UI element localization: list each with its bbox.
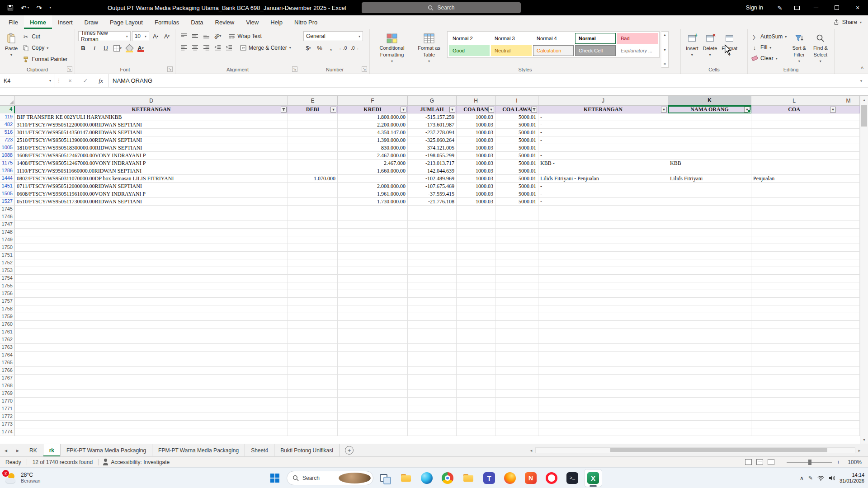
font-color-button[interactable]: A▾ <box>136 43 146 53</box>
cell[interactable]: - <box>538 113 668 121</box>
cell[interactable] <box>15 344 288 352</box>
header-cell-K4[interactable]: NAMA ORANG▾ <box>668 106 751 113</box>
cell[interactable] <box>338 244 408 252</box>
cell[interactable]: 5000.01 <box>495 167 538 175</box>
cell[interactable] <box>538 421 668 428</box>
cell[interactable] <box>837 113 860 121</box>
cell[interactable] <box>668 259 751 267</box>
cell[interactable] <box>408 236 457 244</box>
column-header-I[interactable]: I <box>495 96 538 106</box>
cell[interactable]: 5000.01 <box>495 190 538 198</box>
taskbar-icon-terminal[interactable] <box>563 469 581 487</box>
row-header-1749[interactable]: 1749 <box>0 236 15 244</box>
cell[interactable] <box>751 252 837 259</box>
cell[interactable] <box>668 421 751 428</box>
cell[interactable]: 1000.03 <box>457 144 495 152</box>
cell[interactable] <box>408 252 457 259</box>
ribbon-tab-help[interactable]: Help <box>264 15 288 29</box>
cell[interactable] <box>751 298 837 305</box>
horizontal-scroll-thumb[interactable] <box>610 448 827 452</box>
cell[interactable]: BIF TRANSFER KE 002YULI HARYANIKBB <box>15 113 288 121</box>
clipboard-dialog-launcher[interactable]: ↘ <box>67 66 72 72</box>
cell[interactable] <box>288 129 338 136</box>
row-header-1765[interactable]: 1765 <box>0 359 15 367</box>
cell[interactable] <box>338 421 408 428</box>
cell[interactable] <box>288 213 338 221</box>
cell[interactable] <box>15 298 288 305</box>
cell[interactable] <box>668 359 751 367</box>
cell[interactable] <box>457 221 495 229</box>
cell[interactable] <box>538 398 668 405</box>
cell[interactable] <box>408 428 457 436</box>
scroll-up-icon[interactable]: ▴ <box>860 96 868 104</box>
header-cell-F4[interactable]: KREDI▾ <box>338 106 408 113</box>
cell[interactable] <box>538 428 668 436</box>
cell[interactable] <box>668 198 751 206</box>
row-header-1755[interactable]: 1755 <box>0 282 15 290</box>
middle-align-button[interactable] <box>190 31 200 41</box>
cell[interactable] <box>495 290 538 298</box>
cell[interactable] <box>495 359 538 367</box>
wrap-text-button[interactable]: Wrap Text <box>227 31 263 41</box>
cell[interactable] <box>457 298 495 305</box>
row-header-1088[interactable]: 1088 <box>0 152 15 160</box>
cell[interactable] <box>288 352 338 359</box>
page-layout-view-button[interactable] <box>756 459 763 465</box>
cell[interactable] <box>495 206 538 213</box>
cell[interactable] <box>837 259 860 267</box>
cell[interactable] <box>288 328 338 336</box>
scroll-right-icon[interactable]: ▸ <box>855 446 863 455</box>
cell[interactable] <box>15 213 288 221</box>
cell[interactable] <box>668 321 751 328</box>
cell[interactable] <box>538 413 668 421</box>
cell[interactable] <box>837 144 860 152</box>
row-header-119[interactable]: 119 <box>0 113 15 121</box>
ribbon-tab-home[interactable]: Home <box>24 15 52 29</box>
cell[interactable] <box>837 236 860 244</box>
ribbon-tab-file[interactable]: File <box>3 15 24 29</box>
cell[interactable] <box>338 290 408 298</box>
row-header-1527[interactable]: 1527 <box>0 198 15 206</box>
cell[interactable] <box>837 282 860 290</box>
filter-dropdown-icon[interactable]: ▾ <box>744 107 750 113</box>
cell[interactable] <box>457 252 495 259</box>
cell[interactable] <box>751 421 837 428</box>
find-select-button[interactable]: Find & Select ▾ <box>811 31 830 66</box>
cell[interactable] <box>751 413 837 421</box>
customize-qat-icon[interactable]: ▾ <box>49 6 51 9</box>
cell[interactable] <box>538 336 668 344</box>
cell[interactable] <box>837 167 860 175</box>
decrease-decimal-button[interactable]: .0→ <box>349 43 360 53</box>
row-header-1773[interactable]: 1773 <box>0 421 15 428</box>
scroll-down-icon[interactable]: ▾ <box>860 436 868 444</box>
cell[interactable] <box>751 398 837 405</box>
cell[interactable]: 5000.01 <box>495 121 538 129</box>
cell[interactable] <box>668 352 751 359</box>
ribbon-tab-view[interactable]: View <box>240 15 264 29</box>
formula-bar-input[interactable]: NAMA ORANG <box>109 74 854 87</box>
ribbon-tab-nitro-pro[interactable]: Nitro Pro <box>288 15 323 29</box>
merge-center-button[interactable]: Merge & Center▾ <box>239 43 292 52</box>
row-header-1745[interactable]: 1745 <box>0 206 15 213</box>
cell[interactable] <box>457 236 495 244</box>
bold-button[interactable]: B <box>78 43 88 53</box>
cell[interactable] <box>495 390 538 398</box>
cell[interactable] <box>495 375 538 382</box>
cell[interactable] <box>751 183 837 190</box>
cell[interactable] <box>751 367 837 375</box>
cell[interactable] <box>495 398 538 405</box>
cell[interactable] <box>668 428 751 436</box>
cell[interactable] <box>495 428 538 436</box>
cell[interactable] <box>668 236 751 244</box>
decrease-font-size-button[interactable]: A▾ <box>162 32 172 41</box>
cell[interactable] <box>15 328 288 336</box>
sheet-nav-right-icon[interactable]: ▸ <box>12 444 24 456</box>
taskbar-search-box[interactable]: Search <box>287 471 373 485</box>
cell[interactable]: - <box>538 129 668 136</box>
cell[interactable]: 1810/FTSCY/WS950518300000.00RIDWAN SEPTI… <box>15 144 288 152</box>
cell[interactable]: 0510/FTSCY/WS950511730000.00RIDWAN SEPTI… <box>15 198 288 206</box>
new-sheet-button[interactable]: + <box>345 446 354 455</box>
cell[interactable]: 1.390.000.00 <box>338 136 408 144</box>
cell[interactable] <box>668 183 751 190</box>
cell[interactable] <box>408 321 457 328</box>
